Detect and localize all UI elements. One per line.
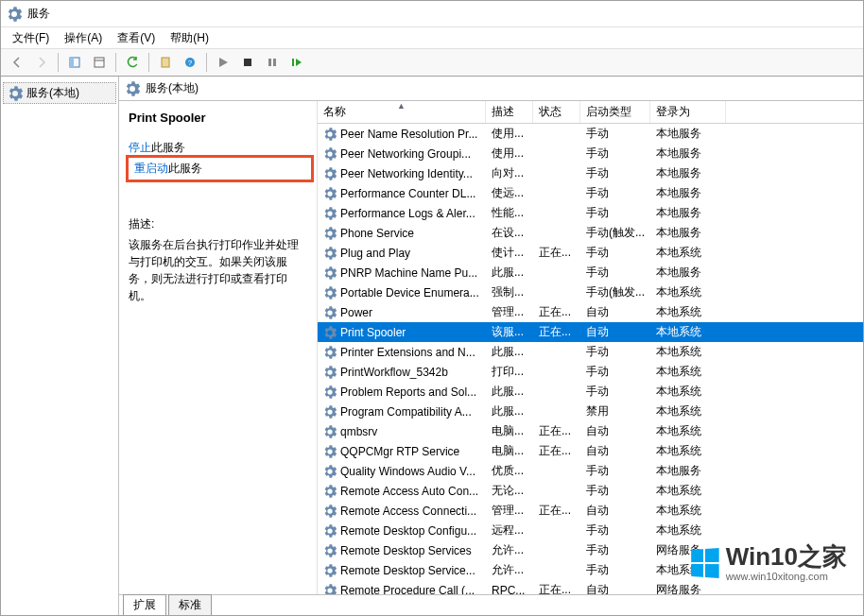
table-row[interactable]: Remote Procedure Call (...RPC...正在...自动网… bbox=[318, 580, 863, 594]
table-row[interactable]: Phone Service在设...手动(触发...本地服务 bbox=[318, 223, 863, 243]
export-button[interactable] bbox=[154, 51, 177, 74]
service-desc: 使计... bbox=[486, 245, 533, 261]
stop-button[interactable] bbox=[236, 51, 259, 74]
table-row[interactable]: Problem Reports and Sol...此服...手动本地系统 bbox=[318, 382, 863, 402]
table-row[interactable]: QQPCMgr RTP Service电脑...正在...自动本地系统 bbox=[318, 441, 863, 461]
tab-standard[interactable]: 标准 bbox=[168, 594, 212, 615]
service-startup: 手动 bbox=[580, 245, 650, 261]
service-desc: 无论... bbox=[486, 483, 533, 499]
table-row[interactable]: Printer Extensions and N...此服...手动本地系统 bbox=[318, 342, 863, 362]
service-startup: 手动 bbox=[580, 126, 650, 142]
service-status: 正在... bbox=[533, 245, 580, 261]
service-name: PNRP Machine Name Pu... bbox=[340, 266, 477, 280]
header-startup[interactable]: 启动类型 bbox=[580, 101, 650, 123]
menu-help[interactable]: 帮助(H) bbox=[163, 28, 216, 48]
menu-bar: 文件(F) 操作(A) 查看(V) 帮助(H) bbox=[1, 27, 863, 48]
menu-file[interactable]: 文件(F) bbox=[5, 28, 57, 48]
windows-logo-icon bbox=[691, 548, 718, 578]
service-name: Plug and Play bbox=[340, 247, 410, 260]
table-row[interactable]: Power管理...正在...自动本地系统 bbox=[318, 302, 863, 322]
menu-action[interactable]: 操作(A) bbox=[57, 28, 110, 48]
gear-icon bbox=[323, 167, 337, 180]
service-logon: 本地系统 bbox=[650, 423, 726, 439]
service-desc: 性能... bbox=[486, 205, 533, 221]
refresh-button[interactable] bbox=[121, 51, 144, 74]
service-logon: 本地系统 bbox=[650, 522, 726, 539]
service-desc: 此服... bbox=[486, 344, 533, 360]
table-row[interactable]: Plug and Play使计...正在...手动本地系统 bbox=[318, 243, 863, 263]
table-row[interactable]: Print Spooler该服...正在...自动本地系统 bbox=[318, 322, 863, 342]
service-desc: 在设... bbox=[486, 225, 533, 241]
title-bar: 服务 bbox=[1, 1, 863, 27]
menu-view[interactable]: 查看(V) bbox=[110, 28, 163, 48]
svg-rect-7 bbox=[244, 59, 251, 66]
table-row[interactable]: Remote Access Connecti...管理...正在...自动本地系… bbox=[318, 501, 863, 521]
service-desc: 管理... bbox=[486, 304, 533, 320]
service-desc: 电脑... bbox=[486, 423, 533, 439]
stop-link[interactable]: 停止 bbox=[129, 141, 151, 154]
back-button[interactable] bbox=[6, 51, 28, 74]
header-status[interactable]: 状态 bbox=[533, 101, 580, 123]
gear-icon bbox=[323, 286, 337, 299]
restart-link[interactable]: 重启动 bbox=[134, 162, 168, 175]
table-row[interactable]: Program Compatibility A...此服...禁用本地系统 bbox=[318, 402, 863, 421]
service-logon: 本地服务 bbox=[650, 463, 726, 479]
forward-button[interactable] bbox=[30, 51, 53, 74]
table-row[interactable]: qmbsrv电脑...正在...自动本地系统 bbox=[318, 421, 863, 441]
service-desc: 远程... bbox=[486, 522, 533, 539]
header-logon[interactable]: 登录为 bbox=[650, 101, 726, 123]
service-desc: 此服... bbox=[486, 384, 533, 400]
service-name: Printer Extensions and N... bbox=[340, 346, 475, 359]
pause-button[interactable] bbox=[261, 51, 284, 74]
restart-button[interactable] bbox=[285, 51, 308, 74]
detail-view-button[interactable] bbox=[63, 51, 86, 74]
table-row[interactable]: Quality Windows Audio V...优质...手动本地服务 bbox=[318, 461, 863, 481]
table-row[interactable]: Peer Networking Groupi...使用...手动本地服务 bbox=[318, 144, 863, 163]
content-split: Print Spooler 停止此服务 重启动此服务 描述: 该服务在后台执行打… bbox=[119, 101, 863, 594]
properties-button[interactable] bbox=[88, 51, 111, 74]
service-name: Performance Counter DL... bbox=[340, 187, 475, 200]
svg-text:?: ? bbox=[188, 59, 193, 67]
header-name[interactable]: 名称 ▲ bbox=[318, 101, 486, 123]
service-status: 正在... bbox=[533, 324, 580, 340]
gear-icon bbox=[323, 366, 337, 379]
service-startup: 手动 bbox=[580, 542, 650, 558]
table-row[interactable]: Performance Counter DL...使远...手动本地服务 bbox=[318, 183, 863, 203]
service-name: PrintWorkflow_5342b bbox=[340, 366, 448, 379]
gear-icon bbox=[323, 207, 337, 220]
table-row[interactable]: PNRP Machine Name Pu...此服...手动本地服务 bbox=[318, 263, 863, 282]
service-status: 正在... bbox=[533, 582, 580, 594]
svg-rect-9 bbox=[273, 59, 276, 66]
table-row[interactable]: Portable Device Enumera...强制...手动(触发...本… bbox=[318, 282, 863, 302]
help-button[interactable]: ? bbox=[179, 51, 201, 74]
gear-icon bbox=[125, 81, 140, 96]
table-row[interactable]: Remote Desktop Configu...远程...手动本地系统 bbox=[318, 521, 863, 540]
service-name: Problem Reports and Sol... bbox=[340, 385, 476, 399]
description-label: 描述: bbox=[129, 216, 307, 232]
list-panel: 名称 ▲ 描述 状态 启动类型 登录为 Peer Name Resolution… bbox=[318, 101, 863, 594]
svg-rect-1 bbox=[70, 58, 74, 67]
list-body: Peer Name Resolution Pr...使用...手动本地服务Pee… bbox=[318, 124, 863, 594]
table-row[interactable]: Performance Logs & Aler...性能...手动本地服务 bbox=[318, 203, 863, 223]
tree-root-services[interactable]: 服务(本地) bbox=[3, 82, 116, 104]
service-startup: 手动 bbox=[580, 205, 650, 221]
watermark: Win10之家 www.win10xitong.com bbox=[690, 543, 847, 582]
table-row[interactable]: Peer Name Resolution Pr...使用...手动本地服务 bbox=[318, 124, 863, 144]
table-row[interactable]: Peer Networking Identity...向对...手动本地服务 bbox=[318, 163, 863, 183]
header-desc[interactable]: 描述 bbox=[486, 101, 533, 123]
main-area: 服务(本地) 服务(本地) Print Spooler 停止此服务 重启动此服务 bbox=[1, 77, 863, 615]
service-desc: 向对... bbox=[486, 165, 533, 181]
gear-icon bbox=[323, 128, 337, 141]
app-icon bbox=[7, 7, 22, 22]
gear-icon bbox=[8, 86, 23, 101]
tab-extended[interactable]: 扩展 bbox=[123, 594, 166, 615]
service-name: Remote Procedure Call (... bbox=[340, 584, 475, 595]
service-name: Remote Desktop Configu... bbox=[340, 524, 476, 538]
service-startup: 手动 bbox=[580, 522, 650, 539]
table-row[interactable]: Remote Access Auto Con...无论...手动本地系统 bbox=[318, 481, 863, 501]
start-button[interactable] bbox=[212, 51, 234, 74]
service-logon: 网络服务 bbox=[650, 582, 726, 594]
service-startup: 自动 bbox=[580, 324, 650, 340]
table-row[interactable]: PrintWorkflow_5342b打印...手动本地系统 bbox=[318, 362, 863, 382]
service-name: Peer Networking Identity... bbox=[340, 167, 473, 180]
